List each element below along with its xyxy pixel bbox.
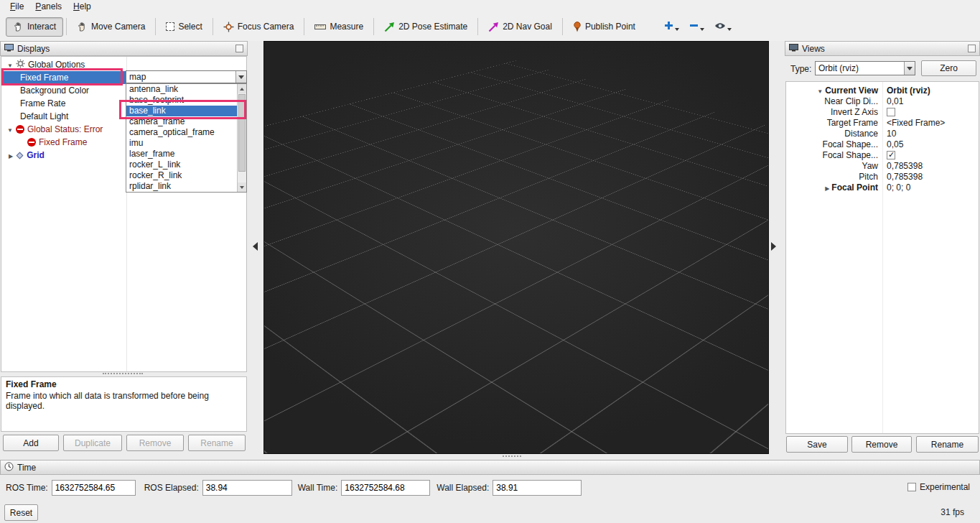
property-value[interactable]: <Fixed Frame> (882, 118, 945, 128)
property-name: Distance (844, 129, 878, 139)
tool-publish-point-button[interactable]: Publish Point (566, 17, 643, 37)
remove-button[interactable]: Remove (126, 435, 184, 451)
reset-button[interactable]: Reset (4, 504, 38, 521)
menu-panels[interactable]: Panels (35, 1, 62, 11)
ros-elapsed-input[interactable] (202, 480, 292, 496)
tool-interact-button[interactable]: Interact (6, 17, 63, 37)
dropdown-item[interactable]: rocker_L_link (126, 159, 238, 170)
dropdown-item[interactable]: rocker_R_link (126, 170, 238, 181)
scroll-down-icon[interactable] (238, 182, 246, 192)
zero-button[interactable]: Zero (921, 60, 976, 76)
dropdown-item[interactable]: rplidar_link (126, 181, 238, 192)
views-panel-icon (789, 44, 798, 54)
dropdown-item[interactable]: antenna_link (126, 84, 238, 95)
description-title: Fixed Frame (6, 379, 242, 389)
remove-view-button[interactable]: Remove (851, 436, 912, 453)
duplicate-button[interactable]: Duplicate (63, 435, 122, 451)
panel-float-button[interactable] (235, 45, 243, 52)
tool-2d-pose-estimate-label: 2D Pose Estimate (398, 22, 467, 32)
property-value[interactable]: 0,785398 (882, 161, 923, 171)
wall-time-label: Wall Time: (298, 483, 338, 493)
save-button[interactable]: Save (786, 436, 848, 453)
property-value[interactable]: 0,01 (882, 96, 903, 106)
tool-move-camera-button[interactable]: Move Camera (70, 17, 152, 37)
tool-2d-nav-goal-label: 2D Nav Goal (503, 22, 552, 32)
tree-row-global-options[interactable]: Global Options (1, 58, 247, 71)
dropdown-item[interactable]: imu (126, 138, 238, 149)
focal-shape-fixed-checkbox[interactable] (887, 151, 895, 159)
property-value[interactable]: 0,785398 (882, 172, 923, 182)
chevron-down-icon (238, 75, 244, 79)
dropdown-scrollbar[interactable] (237, 84, 246, 192)
tool-focus-camera-label: Focus Camera (238, 22, 294, 32)
tool-move-camera-label: Move Camera (91, 22, 145, 32)
dropdown-item-selected[interactable]: base_link (126, 106, 238, 116)
experimental-checkbox[interactable] (907, 483, 916, 491)
expand-arrow-icon[interactable] (7, 124, 13, 134)
expand-arrow-icon[interactable] (825, 182, 829, 193)
combobox-dropdown-button[interactable] (904, 62, 915, 75)
rename-view-button[interactable]: Rename (916, 436, 979, 453)
scroll-up-icon[interactable] (238, 84, 246, 93)
tool-select-label: Select (178, 22, 202, 32)
dropdown-item[interactable]: camera_optical_frame (126, 127, 238, 138)
tool-visibility-button[interactable] (713, 19, 733, 34)
panel-splitter-handle[interactable] (103, 373, 143, 374)
dropdown-item[interactable]: base_footprint (126, 95, 238, 106)
add-tool-button[interactable] (663, 19, 681, 34)
tree-label: Grid (27, 150, 45, 160)
combobox-dropdown-button[interactable] (235, 71, 246, 83)
property-description: Fixed Frame Frame into which all data is… (1, 376, 247, 432)
expand-arrow-icon[interactable] (9, 150, 13, 160)
description-body: Frame into which all data is transformed… (6, 391, 242, 411)
invert-z-checkbox[interactable] (887, 108, 895, 116)
tree-label: Global Options (28, 60, 85, 70)
time-panel: Time ROS Time: ROS Elapsed: Wall Time: W… (0, 460, 980, 523)
eye-icon (714, 22, 726, 32)
clock-icon (4, 462, 14, 473)
ground-grid (263, 60, 769, 454)
view-type-combobox[interactable]: Orbit (rviz) (815, 61, 915, 75)
displays-panel-icon (4, 44, 14, 54)
ros-time-input[interactable] (52, 480, 136, 496)
collapse-left-panel-handle[interactable] (253, 242, 258, 251)
remove-tool-button[interactable] (688, 19, 706, 34)
property-value[interactable]: 0,05 (882, 139, 903, 149)
frame-dropdown-popup: antenna_link base_footprint base_link ca… (126, 83, 247, 193)
fixed-frame-combobox[interactable]: map (126, 70, 247, 83)
tool-select-button[interactable]: Select (159, 17, 209, 37)
tool-measure-button[interactable]: Measure (307, 17, 370, 37)
green-arrow-icon (384, 22, 395, 32)
displays-panel: Displays Global Options Fixed Frame Back… (0, 41, 248, 454)
tool-2d-nav-goal-button[interactable]: 2D Nav Goal (481, 17, 559, 37)
menu-bar: File Panels Help (0, 0, 980, 12)
expand-arrow-icon[interactable] (817, 85, 823, 96)
map-pin-icon (573, 22, 582, 32)
tool-2d-pose-estimate-button[interactable]: 2D Pose Estimate (377, 17, 475, 37)
dropdown-item[interactable]: laser_frame (126, 149, 238, 159)
bottom-splitter-handle[interactable] (503, 455, 521, 457)
property-value[interactable]: 0; 0; 0 (882, 182, 910, 193)
wall-elapsed-label: Wall Elapsed: (437, 483, 489, 493)
menu-help[interactable]: Help (73, 1, 91, 11)
add-button[interactable]: Add (3, 435, 59, 451)
property-value[interactable]: 10 (882, 129, 896, 139)
tree-label: Fixed Frame (39, 137, 87, 147)
tool-focus-camera-button[interactable]: Focus Camera (216, 17, 302, 37)
menu-file[interactable]: File (10, 1, 24, 11)
collapse-right-panel-handle[interactable] (771, 242, 776, 251)
ros-time-label: ROS Time: (6, 483, 48, 493)
wall-elapsed-input[interactable] (493, 480, 582, 496)
rename-button[interactable]: Rename (188, 435, 246, 451)
property-name: Near Clip Di... (824, 96, 878, 106)
wall-time-input[interactable] (341, 480, 430, 496)
3d-viewport[interactable] (263, 41, 769, 454)
scrollbar-thumb[interactable] (238, 94, 246, 172)
combobox-value: Orbit (rviz) (818, 63, 859, 73)
panel-float-button[interactable] (968, 45, 976, 52)
hand-pointer-icon (13, 22, 24, 32)
expand-arrow-icon[interactable] (7, 60, 13, 70)
ros-elapsed-label: ROS Elapsed: (144, 483, 199, 493)
dropdown-item[interactable]: camera_frame (126, 116, 238, 127)
column-divider (882, 82, 883, 433)
